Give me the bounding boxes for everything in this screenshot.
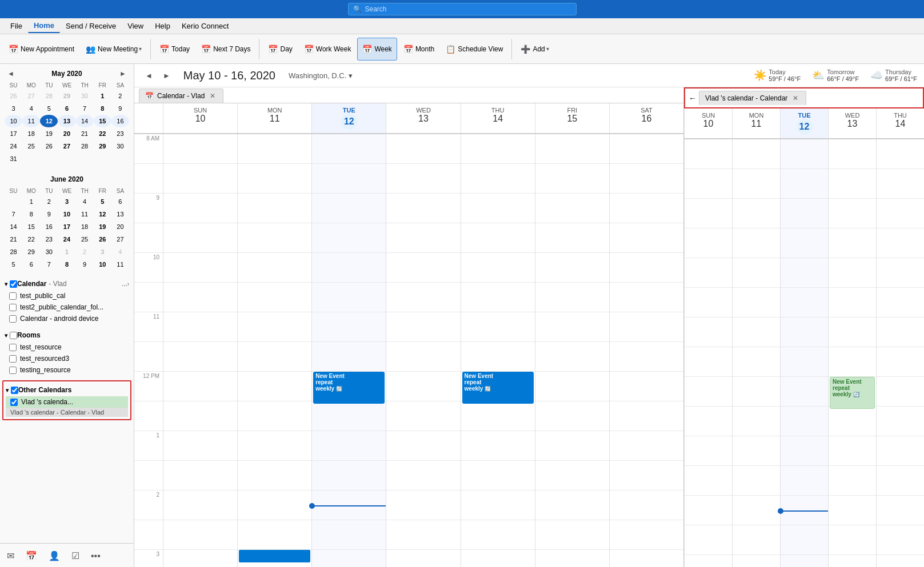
day-time-slot[interactable] [535,134,609,164]
jun-day-cell[interactable]: 7 [5,208,22,220]
may-day-cell[interactable] [58,152,75,165]
new-meeting-button[interactable]: 👥 New Meeting ▾ [81,38,147,61]
second-day-slot[interactable] [877,288,924,317]
jun-day-cell[interactable] [5,195,22,208]
may-day-cell[interactable]: 21 [76,127,94,140]
menu-kerio[interactable]: Kerio Connect [176,19,234,33]
day-time-slot[interactable] [535,283,609,312]
jun-day-cell[interactable]: 9 [40,208,58,220]
day-time-slot[interactable] [238,134,311,164]
nav-more-icon[interactable]: ••• [89,549,103,564]
day-time-slot[interactable] [312,401,386,431]
testing-resource-checkbox[interactable] [9,367,17,374]
second-day-slot[interactable] [685,139,732,169]
day-time-slot[interactable] [461,342,535,372]
day-time-slot[interactable] [238,372,311,401]
jun-day-cell[interactable]: 13 [111,208,129,220]
day-time-slot[interactable] [386,431,460,461]
day-time-slot[interactable] [535,461,609,490]
second-day-slot[interactable] [733,139,780,169]
day-time-slot[interactable] [238,490,311,520]
second-day-slot[interactable] [733,436,780,466]
day-time-slot[interactable] [461,431,535,461]
second-day-slot[interactable] [877,555,924,567]
second-day-col-3[interactable]: New Eventrepeatweekly 🔄 [828,139,876,567]
today-button[interactable]: 📅 Today [154,38,195,61]
may-day-cell[interactable]: 27 [58,140,75,152]
jun-day-cell[interactable]: 10 [94,258,111,271]
other-calendars-header[interactable]: ▾ Other Calendars [6,384,128,396]
location-btn[interactable]: Washington, D.C. ▾ [285,69,357,82]
may-day-cell[interactable]: 11 [22,115,40,127]
main-cal-tab-close[interactable]: ✕ [208,91,217,100]
day-time-slot[interactable] [163,134,237,164]
may-prev-btn[interactable]: ◄ [5,69,17,79]
may-day-cell[interactable]: 19 [40,127,58,140]
jun-day-cell[interactable]: 10 [58,208,75,220]
nav-tasks-icon[interactable]: ☑ [69,548,82,564]
test-public-cal-checkbox[interactable] [9,292,17,300]
may-day-cell[interactable]: 1 [94,90,111,102]
second-event-wed[interactable]: New Eventrepeatweekly 🔄 [830,377,875,409]
day-time-slot[interactable] [312,312,386,342]
may-day-cell[interactable]: 8 [94,102,111,115]
may-day-cell[interactable] [94,152,111,165]
jun-day-cell[interactable]: 1 [22,195,40,208]
search-box[interactable]: 🔍 Search [348,3,577,15]
second-day-slot[interactable] [733,347,780,377]
may-day-cell[interactable]: 16 [111,115,129,127]
menu-send-receive[interactable]: Send / Receive [60,19,122,33]
day-time-slot[interactable] [238,283,311,312]
second-day-slot[interactable] [781,288,828,317]
day-time-slot[interactable] [238,461,311,490]
day-time-slot[interactable] [461,283,535,312]
second-day-slot[interactable] [829,199,876,228]
second-day-slot[interactable] [781,377,828,407]
day-time-slot[interactable] [386,520,460,550]
day-time-slot[interactable] [312,461,386,490]
day-time-slot[interactable] [461,490,535,520]
jun-day-cell[interactable]: 17 [58,220,75,233]
day-time-slot[interactable] [386,134,460,164]
day-time-slot[interactable] [610,164,683,194]
day-time-slot[interactable] [461,550,535,567]
second-day-slot[interactable] [685,407,732,436]
second-day-slot[interactable] [829,525,876,555]
second-day-slot[interactable] [733,466,780,496]
main-day-col-4[interactable]: New Eventrepeatweekly 🔄 [461,134,535,567]
jun-day-cell[interactable]: 8 [22,208,40,220]
second-day-slot[interactable] [781,169,828,199]
day-time-slot[interactable] [610,194,683,223]
day-time-slot[interactable] [461,134,535,164]
day-time-slot[interactable] [312,164,386,194]
second-day-slot[interactable] [829,555,876,567]
second-day-slot[interactable] [877,436,924,466]
day-time-slot[interactable] [535,401,609,431]
may-day-cell[interactable]: 28 [76,140,94,152]
second-day-slot[interactable] [877,317,924,347]
jun-day-cell[interactable]: 24 [58,233,75,246]
schedule-view-button[interactable]: 📋 Schedule View [441,38,508,61]
may-day-cell[interactable]: 28 [40,90,58,102]
menu-home[interactable]: Home [28,19,60,33]
jun-day-cell[interactable]: 8 [58,258,75,271]
day-time-slot[interactable] [238,520,311,550]
second-day-slot[interactable] [781,407,828,436]
second-cal-tab[interactable]: Vlad 's calendar - Calendar ✕ [699,91,806,105]
day-time-slot[interactable] [610,283,683,312]
day-time-slot[interactable] [163,461,237,490]
second-day-slot[interactable] [781,555,828,567]
event-mon-block[interactable] [239,550,310,562]
day-time-slot[interactable] [610,490,683,520]
second-day-slot[interactable] [829,496,876,525]
test-resource-item[interactable]: test_resource [5,341,129,353]
may-day-cell[interactable]: 26 [40,140,58,152]
day-time-slot[interactable] [610,223,683,253]
day-time-slot[interactable] [238,253,311,283]
second-day-slot[interactable] [685,555,732,567]
day-time-slot[interactable] [163,312,237,342]
jun-day-cell[interactable]: 5 [5,258,22,271]
jun-day-cell[interactable]: 15 [22,220,40,233]
menu-help[interactable]: Help [149,19,176,33]
day-time-slot[interactable] [461,312,535,342]
